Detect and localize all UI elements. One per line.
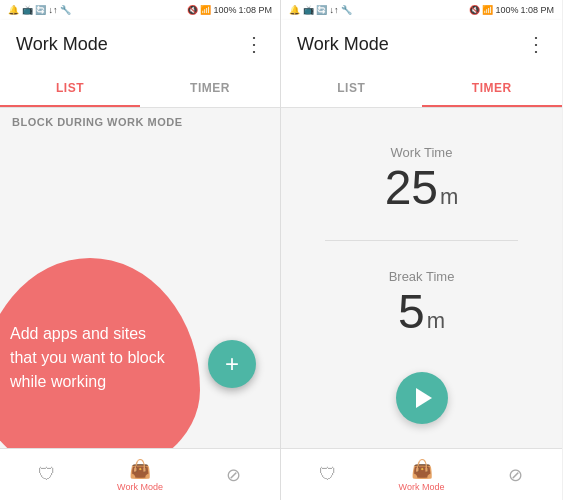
right-time-text: 1:08 PM xyxy=(520,5,554,15)
right-signal-icon: 📶 xyxy=(482,5,493,15)
right-app-title: Work Mode xyxy=(297,34,389,55)
left-nav-close[interactable]: ⊘ xyxy=(187,449,280,500)
left-tab-timer-label: TIMER xyxy=(190,81,230,95)
work-time-value: 25m xyxy=(385,164,459,212)
right-notification-icons: 🔔 📺 🔄 ↓↑ 🔧 xyxy=(289,5,352,15)
right-status-bar: 🔔 📺 🔄 ↓↑ 🔧 🔇 📶 100% 1:08 PM xyxy=(281,0,562,20)
left-tab-list-label: LIST xyxy=(56,81,84,95)
right-nav-shield[interactable]: 🛡 xyxy=(281,449,375,500)
workmode-icon: 👜 xyxy=(129,458,151,480)
left-tab-timer[interactable]: TIMER xyxy=(140,68,280,107)
mute-icon: 🔇 xyxy=(187,5,198,15)
left-panel: 🔔 📺 🔄 ↓↑ 🔧 🔇 📶 100% 1:08 PM Work Mode ⋮ … xyxy=(0,0,281,500)
blob-message: Add apps and sites that you want to bloc… xyxy=(10,322,170,394)
time-text: 1:08 PM xyxy=(238,5,272,15)
play-icon xyxy=(416,388,432,408)
play-button[interactable] xyxy=(396,372,448,424)
left-nav-workmode[interactable]: 👜 Work Mode xyxy=(93,449,186,500)
left-nav-shield[interactable]: 🛡 xyxy=(0,449,93,500)
right-battery-text: 100% xyxy=(495,5,518,15)
work-time-number: 25 xyxy=(385,164,438,212)
status-left-icons: 🔔 📺 🔄 ↓↑ 🔧 xyxy=(8,5,71,15)
workmode-label: Work Mode xyxy=(117,482,163,492)
timer-divider xyxy=(325,240,518,241)
right-nav-workmode[interactable]: 👜 Work Mode xyxy=(375,449,469,500)
right-status-right: 🔇 📶 100% 1:08 PM xyxy=(469,5,554,15)
right-shield-icon: 🛡 xyxy=(319,464,337,485)
right-tab-timer-label: TIMER xyxy=(472,81,512,95)
battery-text: 100% xyxy=(213,5,236,15)
right-panel: 🔔 📺 🔄 ↓↑ 🔧 🔇 📶 100% 1:08 PM Work Mode ⋮ … xyxy=(281,0,562,500)
work-time-unit: m xyxy=(440,184,458,210)
break-time-section: Break Time 5m xyxy=(301,257,542,348)
right-tab-list[interactable]: LIST xyxy=(281,68,422,107)
right-workmode-label: Work Mode xyxy=(399,482,445,492)
left-app-bar: Work Mode ⋮ xyxy=(0,20,280,68)
timer-content-area: Work Time 25m Break Time 5m xyxy=(281,108,562,448)
work-time-label: Work Time xyxy=(391,145,453,160)
right-tab-timer[interactable]: TIMER xyxy=(422,68,563,107)
right-nav-close[interactable]: ⊘ xyxy=(468,449,562,500)
work-time-section: Work Time 25m xyxy=(301,133,542,224)
left-tab-list[interactable]: LIST xyxy=(0,68,140,107)
break-time-unit: m xyxy=(427,308,445,334)
right-app-bar: Work Mode ⋮ xyxy=(281,20,562,68)
right-more-button[interactable]: ⋮ xyxy=(526,32,546,56)
right-bottom-nav: 🛡 👜 Work Mode ⊘ xyxy=(281,448,562,500)
left-bottom-nav: 🛡 👜 Work Mode ⊘ xyxy=(0,448,280,500)
break-time-number: 5 xyxy=(398,288,425,336)
right-close-nav-icon: ⊘ xyxy=(508,464,523,486)
right-tab-list-label: LIST xyxy=(337,81,365,95)
blob-shape: Add apps and sites that you want to bloc… xyxy=(0,258,200,448)
left-app-title: Work Mode xyxy=(16,34,108,55)
notification-icons: 🔔 📺 🔄 ↓↑ 🔧 xyxy=(8,5,71,15)
left-more-button[interactable]: ⋮ xyxy=(244,32,264,56)
shield-icon: 🛡 xyxy=(38,464,56,485)
right-workmode-icon: 👜 xyxy=(411,458,433,480)
break-time-label: Break Time xyxy=(389,269,455,284)
right-mute-icon: 🔇 xyxy=(469,5,480,15)
close-nav-icon: ⊘ xyxy=(226,464,241,486)
empty-list-area: Add apps and sites that you want to bloc… xyxy=(0,136,280,448)
break-time-value: 5m xyxy=(398,288,445,336)
status-right-info: 🔇 📶 100% 1:08 PM xyxy=(187,5,272,15)
left-status-bar: 🔔 📺 🔄 ↓↑ 🔧 🔇 📶 100% 1:08 PM xyxy=(0,0,280,20)
add-fab-button[interactable]: + xyxy=(208,340,256,388)
signal-icon: 📶 xyxy=(200,5,211,15)
block-during-label: BLOCK DURING WORK MODE xyxy=(0,108,280,136)
left-tab-bar: LIST TIMER xyxy=(0,68,280,108)
right-tab-bar: LIST TIMER xyxy=(281,68,562,108)
right-status-left: 🔔 📺 🔄 ↓↑ 🔧 xyxy=(289,5,352,15)
left-content: BLOCK DURING WORK MODE Add apps and site… xyxy=(0,108,280,448)
